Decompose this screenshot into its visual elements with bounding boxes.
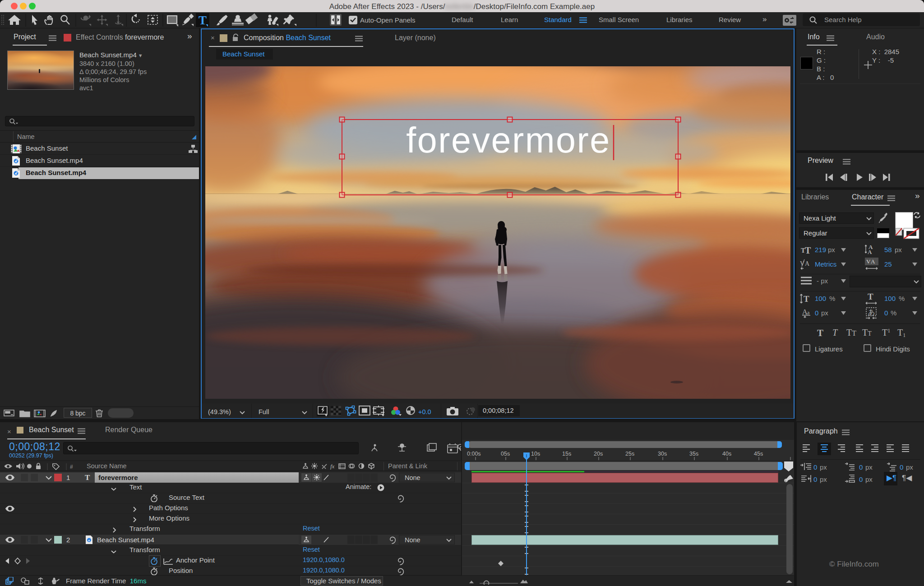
- svg-text:T: T: [199, 14, 207, 27]
- svg-text:#: #: [70, 464, 73, 470]
- svg-text:A: A: [868, 249, 872, 255]
- svg-text:forevermore: forevermore: [406, 120, 610, 160]
- svg-text:T: T: [805, 245, 811, 254]
- svg-text:V: V: [866, 258, 871, 265]
- svg-text:a: a: [807, 309, 810, 316]
- svg-text:fx: fx: [330, 463, 335, 470]
- svg-text:A: A: [871, 258, 875, 265]
- svg-text:あ: あ: [868, 308, 875, 316]
- svg-text:T: T: [804, 294, 809, 304]
- svg-text:Auto-Open Panels: Auto-Open Panels: [360, 16, 416, 24]
- svg-text:A: A: [805, 260, 810, 267]
- svg-text:T: T: [868, 292, 873, 301]
